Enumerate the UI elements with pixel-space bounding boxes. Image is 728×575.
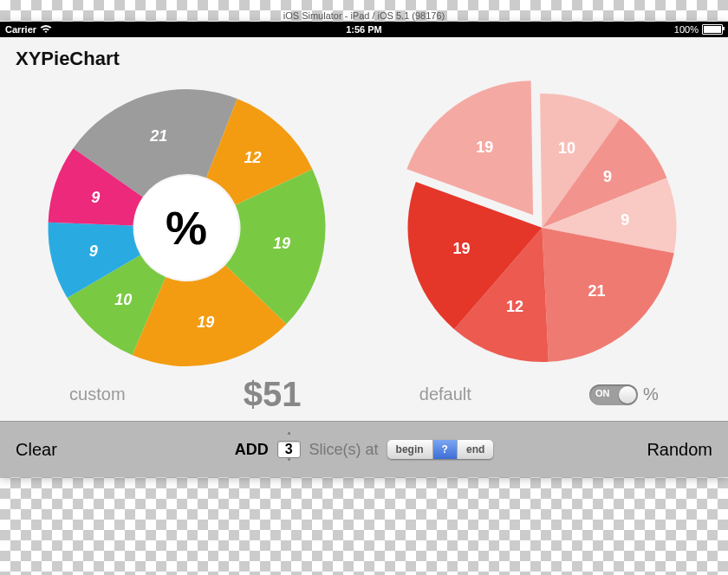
simulator-title: iOS Simulator - iPad / iOS 5.1 (98176) [0, 10, 728, 21]
caption-right: default [419, 384, 471, 404]
slice-count-stepper[interactable]: ˄ 3 ˅ [277, 432, 301, 467]
segment-end[interactable]: end [458, 440, 493, 459]
app-title: XYPieChart [0, 37, 728, 74]
add-label: ADD [235, 441, 269, 459]
slices-at-label: Slice(s) at [309, 441, 379, 459]
slice-value-label: 9 [91, 189, 100, 206]
donut-chart-custom[interactable]: 211219191099 % [37, 81, 336, 375]
slice-value-label: 9 [88, 242, 97, 260]
segment-random[interactable]: ? [433, 440, 458, 459]
slice-value-label: 21 [588, 282, 605, 300]
slice-value-label: 19 [197, 313, 214, 331]
stepper-down-icon[interactable]: ˅ [287, 458, 291, 467]
percent-suffix-label: % [643, 384, 659, 404]
slice-value-label: 9 [603, 168, 612, 185]
slice-value-label: 21 [149, 127, 167, 145]
segment-begin[interactable]: begin [387, 440, 433, 459]
slice-value-label: 19 [452, 240, 470, 257]
caption-left: custom [69, 384, 125, 404]
slice-value-label: 19 [272, 235, 289, 252]
clock-label: 1:56 PM [0, 24, 728, 35]
stepper-value: 3 [277, 441, 301, 458]
toolbar: Clear ADD ˄ 3 ˅ Slice(s) at begin ? end … [0, 421, 728, 477]
percent-toggle[interactable]: ON [589, 384, 638, 405]
toggle-on-label: ON [595, 388, 610, 398]
slice-value-label: 10 [558, 139, 575, 157]
toggle-knob [619, 386, 636, 404]
battery-icon [702, 24, 723, 35]
stepper-up-icon[interactable]: ˄ [287, 432, 291, 441]
device-frame: Carrier 1:56 PM 100% XYPieChart 21121919… [0, 22, 728, 477]
slice-value-label: 19 [476, 139, 493, 156]
pie-chart-default[interactable]: 191099211219 [393, 81, 692, 375]
status-bar: Carrier 1:56 PM 100% [0, 22, 728, 37]
donut-center-label: % [134, 176, 238, 280]
battery-indicator: 100% [674, 24, 723, 35]
battery-pct-label: 100% [674, 24, 699, 35]
position-segmented-control[interactable]: begin ? end [387, 440, 494, 459]
slice-value-label: 12 [506, 298, 523, 315]
slice-value-label: 10 [114, 291, 132, 308]
slice-value-label: 12 [244, 149, 261, 166]
amount-label: $51 [244, 375, 302, 414]
slice-value-label: 9 [621, 211, 629, 229]
